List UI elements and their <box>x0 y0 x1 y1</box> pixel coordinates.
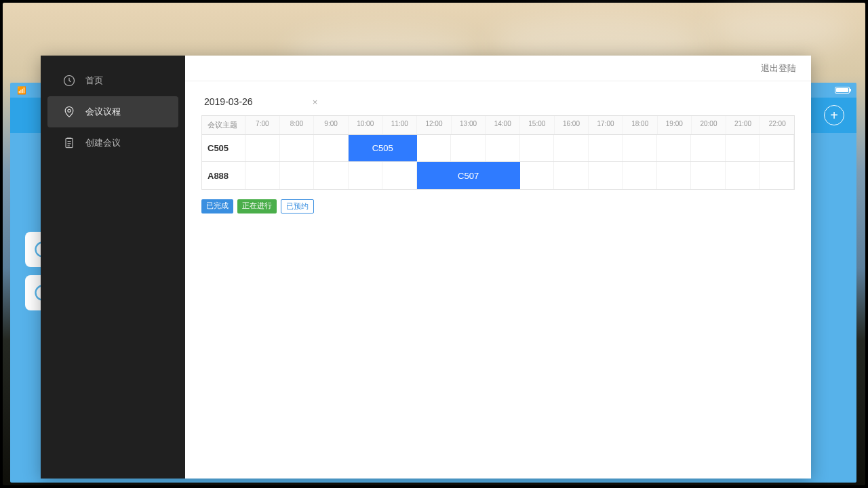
schedule-cell[interactable] <box>623 162 657 189</box>
schedule-hour-header: 9:00 <box>314 116 349 134</box>
schedule-hour-header: 22:00 <box>760 116 794 134</box>
schedule-event[interactable]: C505 <box>349 135 417 161</box>
schedule-hour-header: 16:00 <box>555 116 589 134</box>
battery-icon <box>835 87 850 94</box>
schedule-row-grid: C507 <box>245 162 794 189</box>
schedule-cell[interactable] <box>349 162 383 189</box>
date-input[interactable]: 2019-03-26 <box>204 96 253 107</box>
schedule-hour-header: 11:00 <box>383 116 418 134</box>
legend-inprogress: 正在进行 <box>237 199 277 214</box>
schedule-hour-header: 8:00 <box>280 116 315 134</box>
sidebar-item-label: 创建会议 <box>85 137 121 149</box>
schedule-row-grid: C505 <box>245 135 794 161</box>
schedule-cell[interactable] <box>280 162 315 189</box>
clock-icon <box>62 74 76 87</box>
sidebar-item-label: 会议议程 <box>85 106 121 118</box>
schedule-cell[interactable] <box>726 162 760 189</box>
schedule-cell[interactable] <box>760 135 794 161</box>
schedule-cell[interactable] <box>554 162 589 189</box>
room-label: A888 <box>202 162 245 189</box>
content: 2019-03-26 × 会议主题 7:008:009:0010:0011:00… <box>185 81 811 226</box>
schedule-cell[interactable] <box>486 135 520 161</box>
schedule-hour-header: 18:00 <box>623 116 658 134</box>
schedule-cell[interactable] <box>520 162 555 189</box>
schedule-cell[interactable] <box>691 135 726 161</box>
legend: 已完成 正在进行 已预约 <box>201 199 795 214</box>
pin-icon <box>62 105 76 119</box>
schedule-cell[interactable] <box>657 135 692 161</box>
app-window: 首页 会议议程 创建会议 退出登陆 2019-03-26 × <box>41 56 811 479</box>
schedule-hour-header: 10:00 <box>349 116 383 134</box>
add-button[interactable]: + <box>824 105 844 125</box>
room-label: C505 <box>202 135 245 161</box>
schedule-cell[interactable] <box>554 135 589 161</box>
schedule-cell[interactable] <box>760 162 794 189</box>
clipboard-icon <box>62 136 76 150</box>
schedule-hour-header: 13:00 <box>452 116 486 134</box>
schedule-cell[interactable] <box>417 135 452 161</box>
legend-done: 已完成 <box>201 199 233 214</box>
schedule-cell[interactable] <box>520 135 555 161</box>
schedule-cell[interactable] <box>314 135 349 161</box>
schedule-hour-header: 15:00 <box>520 116 555 134</box>
schedule-hour-header: 20:00 <box>692 116 726 134</box>
legend-booked: 已预约 <box>281 199 314 214</box>
topbar: 退出登陆 <box>185 56 811 81</box>
schedule-cell[interactable] <box>589 162 623 189</box>
schedule-hour-header: 17:00 <box>589 116 623 134</box>
schedule-hour-header: 7:00 <box>245 116 280 134</box>
schedule-cell[interactable] <box>691 162 726 189</box>
schedule-cell[interactable] <box>451 135 486 161</box>
svg-point-3 <box>68 109 71 112</box>
sidebar: 首页 会议议程 创建会议 <box>41 56 185 479</box>
schedule-cell[interactable] <box>726 135 760 161</box>
schedule-row: A888C507 <box>202 162 794 189</box>
signal-icon: 📶 <box>17 86 26 95</box>
schedule-cell[interactable] <box>657 162 692 189</box>
schedule-hour-header: 12:00 <box>417 116 452 134</box>
schedule-cell[interactable] <box>589 135 623 161</box>
schedule-event[interactable]: C507 <box>417 162 520 189</box>
schedule-cell[interactable] <box>623 135 657 161</box>
schedule-cell[interactable] <box>314 162 349 189</box>
sidebar-item-create[interactable]: 创建会议 <box>47 127 178 159</box>
schedule-row: C505C505 <box>202 135 794 162</box>
schedule-cell[interactable] <box>382 162 417 189</box>
schedule-hour-header: 21:00 <box>726 116 761 134</box>
schedule-table: 会议主题 7:008:009:0010:0011:0012:0013:0014:… <box>201 115 795 190</box>
sidebar-item-home[interactable]: 首页 <box>47 65 178 96</box>
schedule-hour-header: 14:00 <box>486 116 520 134</box>
main-panel: 退出登陆 2019-03-26 × 会议主题 7:008:009:0010:00… <box>185 56 811 479</box>
schedule-cell[interactable] <box>280 135 315 161</box>
logout-link[interactable]: 退出登陆 <box>761 62 796 75</box>
schedule-cell[interactable] <box>245 135 280 161</box>
schedule-hour-header: 19:00 <box>658 116 692 134</box>
schedule-cell[interactable] <box>245 162 280 189</box>
sidebar-item-label: 首页 <box>85 75 103 87</box>
schedule-header: 会议主题 7:008:009:0010:0011:0012:0013:0014:… <box>202 116 794 135</box>
sidebar-item-agenda[interactable]: 会议议程 <box>47 96 178 127</box>
schedule-topic-header: 会议主题 <box>202 116 245 134</box>
date-clear-button[interactable]: × <box>309 97 322 107</box>
